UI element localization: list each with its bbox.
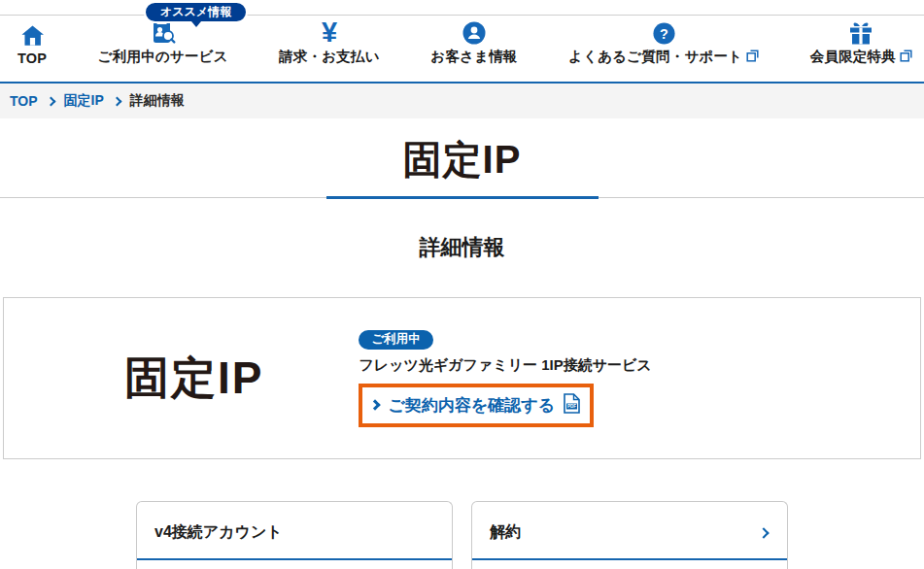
breadcrumb: TOP 固定IP 詳細情報 bbox=[0, 84, 924, 118]
external-link-icon bbox=[746, 49, 759, 66]
nav-label-top: TOP bbox=[17, 50, 47, 66]
title-accent-bar bbox=[326, 196, 599, 199]
nav-label-faq-support: よくあるご質問・サポート bbox=[568, 48, 742, 66]
svg-text:PDF: PDF bbox=[567, 404, 576, 409]
menu-box-cancellation[interactable]: 解約 bbox=[471, 501, 788, 569]
nav-item-top[interactable]: TOP bbox=[17, 19, 47, 82]
home-icon bbox=[19, 19, 46, 49]
breadcrumb-link-fixed-ip[interactable]: 固定IP bbox=[64, 92, 104, 110]
contract-link-label: ご契約内容を確認する bbox=[388, 394, 555, 417]
breadcrumb-link-top[interactable]: TOP bbox=[10, 93, 38, 109]
title-divider bbox=[0, 197, 924, 198]
breadcrumb-separator-icon bbox=[46, 96, 55, 106]
recommend-badge: オススメ情報 bbox=[144, 1, 248, 23]
recommend-badge-label: オススメ情報 bbox=[160, 5, 231, 18]
chevron-right-icon bbox=[370, 400, 381, 411]
breadcrumb-current: 詳細情報 bbox=[130, 92, 185, 110]
status-badge: ご利用中 bbox=[359, 330, 432, 350]
external-link-icon bbox=[900, 49, 912, 66]
service-card: 固定IP ご利用中 フレッツ光ギガファミリー 1IP接続サービス ご契約内容を確… bbox=[3, 297, 921, 459]
breadcrumb-separator-icon bbox=[112, 96, 121, 106]
plan-name: フレッツ光ギガファミリー 1IP接続サービス bbox=[359, 356, 651, 375]
menu-box-title-row: 解約 bbox=[472, 502, 787, 560]
pdf-icon: PDF bbox=[564, 393, 580, 418]
chevron-right-icon bbox=[758, 527, 769, 538]
nav-item-billing[interactable]: ¥ 請求・お支払い bbox=[279, 17, 380, 82]
question-icon: ? bbox=[652, 17, 676, 46]
nav-label-current-services: ご利用中のサービス bbox=[98, 48, 228, 66]
gift-icon bbox=[847, 17, 874, 46]
header-top-divider bbox=[0, 15, 924, 16]
svg-text:?: ? bbox=[660, 26, 668, 42]
menu-box-label: 解約 bbox=[490, 522, 521, 543]
contract-details-link[interactable]: ご契約内容を確認する PDF bbox=[359, 384, 594, 427]
global-header: オススメ情報 TOP bbox=[0, 0, 924, 84]
badge-pointer bbox=[191, 21, 201, 27]
nav-label-customer-info: お客さま情報 bbox=[430, 48, 517, 66]
nav-item-customer-info[interactable]: お客さま情報 bbox=[430, 17, 517, 82]
page-title: 固定IP bbox=[0, 136, 924, 183]
service-card-details: ご利用中 フレッツ光ギガファミリー 1IP接続サービス ご契約内容を確認する P… bbox=[359, 329, 651, 427]
menu-row: v4接続アカウント 解約 bbox=[0, 501, 924, 569]
menu-box-label: v4接続アカウント bbox=[154, 522, 283, 543]
nav-bar: TOP ご利用中のサービス ¥ 請求・お支払い bbox=[0, 0, 924, 82]
nav-item-member-benefits[interactable]: 会員限定特典 bbox=[810, 17, 912, 82]
nav-label-billing: 請求・お支払い bbox=[279, 48, 380, 66]
nav-label-member-benefits: 会員限定特典 bbox=[810, 48, 896, 66]
customer-icon bbox=[462, 17, 487, 46]
section-title: 詳細情報 bbox=[0, 233, 924, 262]
yen-icon: ¥ bbox=[322, 17, 337, 46]
contract-link-highlight: ご契約内容を確認する PDF bbox=[359, 384, 594, 427]
nav-item-current-services[interactable]: ご利用中のサービス bbox=[98, 17, 228, 82]
nav-item-faq-support[interactable]: ? よくあるご質問・サポート bbox=[568, 17, 759, 82]
menu-box-title-row: v4接続アカウント bbox=[137, 502, 452, 560]
menu-box-v4-account[interactable]: v4接続アカウント bbox=[136, 501, 453, 569]
service-name: 固定IP bbox=[124, 349, 263, 409]
